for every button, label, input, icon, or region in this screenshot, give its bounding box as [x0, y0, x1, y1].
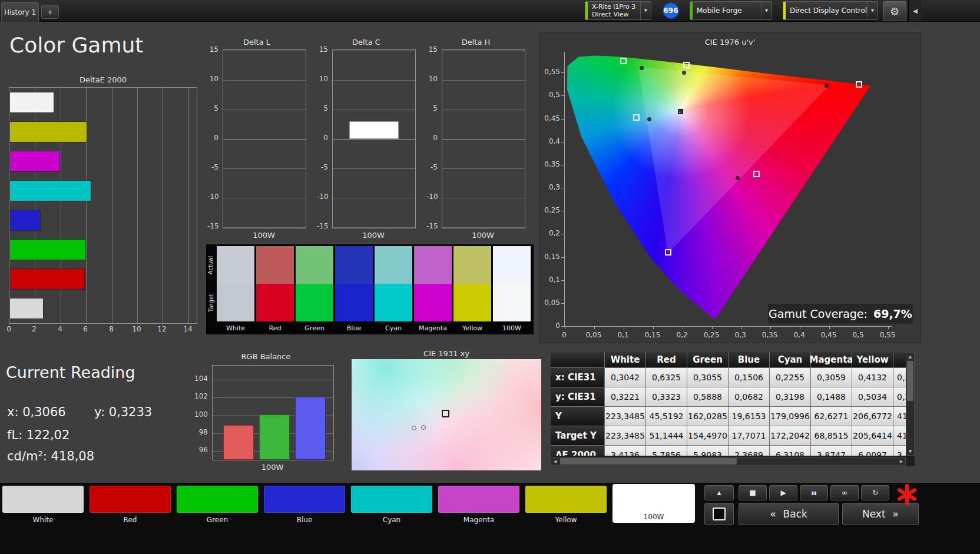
delta-bar — [349, 121, 399, 139]
patch-button-100w[interactable]: 100W — [612, 484, 695, 523]
table-header-cell: White — [605, 352, 646, 368]
measured-point-red — [825, 84, 829, 88]
vertical-scrollbar[interactable]: ▲ ▼ — [906, 352, 915, 456]
patch-button-yellow[interactable] — [525, 486, 607, 513]
patch-label: Green — [177, 516, 258, 524]
x-tick-label: 4 — [52, 325, 68, 333]
settings-button[interactable]: ⚙ — [883, 1, 906, 21]
table-cell: 5,9083 — [687, 446, 729, 456]
table-cell: 0,0682 — [729, 387, 770, 407]
actual-row-label: Actual — [206, 246, 216, 284]
add-history-tab-button[interactable]: + — [41, 5, 59, 19]
x-tick-label: 10 — [128, 325, 145, 333]
meter-mode: Direct View — [592, 11, 640, 18]
table-row-label: Target Y — [551, 426, 605, 446]
pattern-source-dropdown[interactable]: Mobile Forge ▼ — [690, 1, 772, 20]
x-tick-mark — [888, 326, 889, 329]
expand-pattern-bar-button[interactable]: ▲ — [704, 485, 734, 500]
collapse-toolbar-button[interactable]: ◀ — [908, 0, 922, 21]
vertical-scroll-thumb[interactable] — [907, 361, 913, 401]
scroll-up-icon[interactable]: ▲ — [906, 353, 914, 360]
deltae-x-axis: 02468101214 — [6, 325, 200, 334]
actual-swatch-cyan — [375, 246, 412, 284]
table-cell: 6,3108 — [770, 446, 811, 456]
scroll-left-icon[interactable]: ◀ — [551, 457, 559, 465]
deltae-bar-yellow — [10, 122, 87, 142]
deltae-bar-red — [10, 269, 84, 289]
table-header-row: WhiteRedGreenBlueCyanMagentaYellow — [551, 352, 906, 368]
patch-button-green[interactable] — [177, 486, 258, 513]
y-axis-labels: 00,050,10,150,20,250,30,350,40,450,50,55 — [541, 52, 562, 326]
plot-area — [212, 365, 334, 460]
deltae-2000-chart: DeltaE 2000 02468101214 — [6, 75, 200, 339]
x-tick-label: 0,45 — [817, 331, 840, 339]
x-tick-mark — [800, 326, 800, 329]
transport-play-button[interactable]: ▶ — [769, 485, 797, 500]
gridline — [442, 139, 525, 140]
play-icon: ▶ — [780, 489, 786, 497]
deltae-bar-white — [10, 92, 54, 112]
transport-pause-button[interactable]: ▮▮ — [800, 485, 828, 500]
back-button[interactable]: « Back — [739, 503, 839, 525]
y-tick-label: 10 — [207, 75, 218, 83]
table-cell: 17,7071 — [729, 426, 770, 446]
meter-dropdown[interactable]: X-Rite i1Pro 3 Direct View ▼ — [585, 1, 651, 20]
infinity-icon: ∞ — [842, 489, 847, 497]
x-axis-labels: 00,050,10,150,20,250,30,350,40,450,50,55 — [539, 331, 922, 340]
patch-button-white[interactable] — [2, 486, 84, 513]
chart-title: CIE 1931 xy — [352, 349, 541, 358]
y-axis-labels: 151050-5-10-15 — [426, 49, 439, 227]
table-row: y: CIE310,32210,33230,58880,06820,31980,… — [551, 387, 906, 407]
deltae-bar-magenta — [10, 151, 59, 171]
y-tick-label: 10 — [317, 75, 328, 83]
table-cell: 206,6772 — [852, 407, 893, 426]
patch-button-red[interactable] — [90, 486, 171, 513]
current-reading-title: Current Reading — [6, 363, 135, 382]
cie-1931-diagram: CIE 1931 xy — [352, 349, 541, 470]
patch-button-cyan[interactable] — [351, 486, 432, 513]
table-header-cell: Red — [646, 352, 687, 368]
gridline — [442, 51, 525, 51]
scroll-down-icon[interactable]: ▼ — [906, 447, 914, 455]
gamut-coverage-label: Gamut Coverage: — [769, 307, 868, 320]
transport-infinity-button[interactable]: ∞ — [830, 485, 859, 500]
transport-stop-button[interactable]: ■ — [739, 485, 767, 500]
y-tick-label: 0,15 — [541, 253, 560, 261]
table-grid: WhiteRedGreenBlueCyanMagentaYellowx: CIE… — [551, 352, 906, 456]
horizontal-scrollbar[interactable]: ◀ ▶ — [551, 457, 906, 466]
gridline — [223, 80, 306, 81]
transport-loop-button[interactable]: ↻ — [861, 485, 889, 500]
x-tick-label: 0,25 — [700, 331, 723, 339]
chromaticity-plot-area — [564, 52, 892, 327]
y-tick-label: 96 — [194, 446, 208, 454]
table-header-cell: Yellow — [852, 352, 893, 368]
table-cell: 0,3 — [893, 368, 906, 387]
table-cell: 68,8515 — [811, 426, 852, 446]
swatch-label: Yellow — [453, 324, 491, 332]
rgb-bar-blue — [295, 397, 326, 460]
horizontal-scroll-thumb[interactable] — [560, 458, 737, 465]
table-cell: 5,7856 — [646, 446, 687, 456]
gridline — [112, 88, 112, 323]
table-cell: 179,0996 — [770, 407, 811, 426]
deltae-plot-area — [9, 87, 197, 324]
y-tick-label: 0,35 — [541, 160, 560, 168]
gridline — [223, 110, 306, 110]
stop-icon: ■ — [749, 489, 756, 497]
display-control-dropdown[interactable]: Direct Display Control ▼ — [783, 1, 878, 20]
tab-history-1[interactable]: History 1 — [1, 2, 39, 22]
y-tick-label: -15 — [317, 222, 328, 230]
gridline — [333, 198, 415, 198]
pattern-window-button[interactable] — [704, 503, 734, 525]
chart-title: DeltaE 2000 — [6, 75, 200, 84]
y-tick-label: 0,3 — [541, 183, 560, 191]
patch-button-magenta[interactable] — [438, 486, 519, 513]
table-cell: 0,3198 — [770, 387, 811, 407]
scroll-right-icon[interactable]: ▶ — [898, 457, 905, 465]
patch-label: Red — [90, 516, 171, 524]
actual-swatch-100w — [493, 246, 531, 284]
y-tick-label: 0,1 — [541, 276, 560, 284]
table-cell: 223,3485 — [605, 426, 646, 446]
patch-button-blue[interactable] — [264, 486, 345, 513]
table-cell: 205,6414 — [852, 426, 893, 446]
